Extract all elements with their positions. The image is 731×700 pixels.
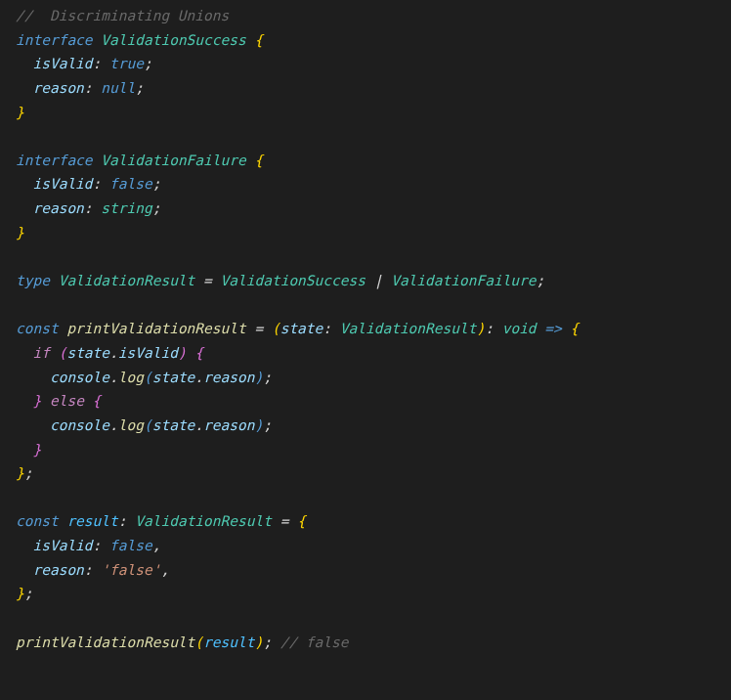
property: reason	[203, 370, 254, 385]
paren: )	[254, 417, 263, 433]
semicolon: ;	[152, 176, 161, 192]
semicolon: ;	[24, 465, 33, 481]
semicolon: ;	[144, 56, 152, 71]
dot: .	[109, 417, 118, 433]
brace: }	[16, 465, 24, 481]
brace: }	[16, 225, 24, 241]
property: isValid	[32, 56, 92, 71]
paren: (	[272, 321, 280, 336]
type-ref: ValidationResult	[340, 321, 477, 336]
keyword-if: if	[32, 345, 49, 361]
comma: ,	[160, 562, 169, 578]
func-name: printValidationResult	[66, 321, 245, 336]
null: null	[101, 80, 135, 96]
console: console	[50, 370, 109, 385]
code-block: // Discriminating Unions interface Valid…	[16, 4, 715, 654]
colon: :	[93, 56, 102, 71]
keyword-type: type	[16, 273, 50, 288]
variable: state	[66, 345, 109, 361]
type-name: ValidationResult	[59, 273, 195, 288]
func-call: printValidationResult	[16, 634, 194, 650]
type-ref: ValidationResult	[135, 513, 272, 529]
property: reason	[32, 80, 83, 96]
paren: (	[144, 370, 152, 385]
type-ref: ValidationFailure	[391, 273, 536, 288]
brace: {	[93, 393, 102, 409]
keyword-const: const	[16, 513, 59, 529]
keyword-const: const	[16, 321, 59, 336]
method: log	[118, 417, 144, 433]
semicolon: ;	[263, 634, 272, 650]
semicolon: ;	[537, 273, 545, 288]
paren: )	[476, 321, 485, 336]
brace: {	[254, 32, 263, 48]
colon: :	[93, 538, 102, 553]
type-ref: ValidationSuccess	[221, 273, 366, 288]
paren: )	[178, 345, 187, 361]
arrow: =>	[544, 321, 561, 336]
colon: :	[485, 321, 494, 336]
colon: :	[322, 321, 331, 336]
equals: =	[203, 273, 212, 288]
comment: // false	[280, 634, 349, 650]
brace: }	[32, 442, 41, 458]
comma: ,	[152, 538, 161, 553]
type: string	[101, 200, 151, 216]
paren: )	[254, 370, 263, 385]
keyword-else: else	[50, 393, 84, 409]
property: isValid	[118, 345, 178, 361]
colon: :	[84, 200, 93, 216]
dot: .	[194, 370, 203, 385]
brace: }	[16, 586, 24, 601]
semicolon: ;	[24, 586, 33, 601]
const-name: result	[66, 513, 117, 529]
variable: state	[152, 370, 195, 385]
colon: :	[84, 562, 93, 578]
paren: (	[194, 634, 203, 650]
param: state	[280, 321, 323, 336]
string: 'false'	[101, 562, 160, 578]
equals: =	[280, 513, 289, 529]
dot: .	[109, 370, 118, 385]
colon: :	[93, 176, 102, 192]
semicolon: ;	[135, 80, 144, 96]
property: isValid	[32, 176, 92, 192]
keyword-interface: interface	[16, 153, 93, 168]
property: isValid	[32, 538, 92, 553]
comment-line: // Discriminating Unions	[16, 8, 229, 23]
semicolon: ;	[152, 200, 161, 216]
return-type: void	[502, 321, 537, 336]
property: reason	[32, 200, 83, 216]
dot: .	[109, 345, 118, 361]
variable: state	[152, 417, 195, 433]
colon: :	[118, 513, 127, 529]
brace: {	[297, 513, 306, 529]
semicolon: ;	[263, 417, 272, 433]
brace: {	[194, 345, 203, 361]
type-name: ValidationSuccess	[101, 32, 245, 48]
property: reason	[203, 417, 254, 433]
brace: }	[32, 393, 41, 409]
equals: =	[254, 321, 263, 336]
paren: (	[144, 417, 152, 433]
keyword-interface: interface	[16, 32, 93, 48]
console: console	[50, 417, 109, 433]
paren: )	[254, 634, 263, 650]
boolean: false	[109, 176, 152, 192]
boolean: false	[109, 538, 152, 553]
method: log	[118, 370, 144, 385]
dot: .	[194, 417, 203, 433]
boolean: true	[109, 56, 144, 71]
type-name: ValidationFailure	[101, 153, 245, 168]
brace: }	[16, 105, 24, 120]
argument: result	[203, 634, 254, 650]
brace: {	[254, 153, 263, 168]
pipe: |	[374, 273, 383, 288]
property: reason	[32, 562, 83, 578]
brace: {	[571, 321, 580, 336]
semicolon: ;	[263, 370, 272, 385]
colon: :	[84, 80, 93, 96]
